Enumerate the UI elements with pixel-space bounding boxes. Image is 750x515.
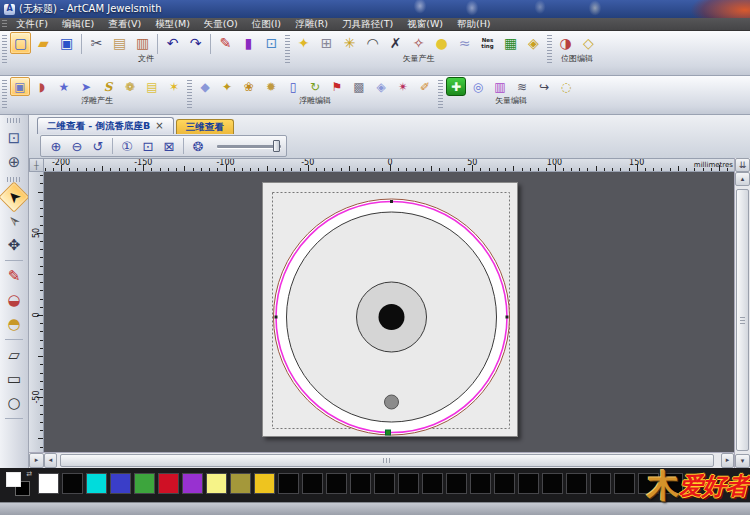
menu-item-9[interactable]: 视窗(W) (400, 18, 450, 30)
node-editing-icon[interactable]: ✳ (339, 32, 360, 54)
ruler-origin-button[interactable]: ┼ (29, 158, 44, 172)
stretch-curve-icon[interactable]: ↪ (534, 77, 554, 96)
tab-close-icon[interactable]: × (155, 121, 163, 131)
vector-node[interactable] (275, 316, 278, 319)
zoom-slider[interactable] (217, 138, 281, 154)
create-arc-icon[interactable]: ◠ (362, 32, 383, 54)
menu-item-8[interactable]: 刀具路径(T) (335, 18, 400, 30)
pane-toggle-button[interactable]: ▸ (29, 453, 44, 468)
tab-2d-view[interactable]: 二维查看 - 倒流香底座B× (37, 117, 174, 134)
palette-swatch-27[interactable] (662, 473, 683, 494)
zoom-settings-icon[interactable]: ❂ (188, 137, 208, 156)
copy-icon[interactable]: ▤ (109, 32, 130, 54)
two-rail-sweep-icon[interactable]: ◗ (32, 77, 52, 96)
sculpt-shape-icon[interactable]: ❀ (239, 77, 259, 96)
spin-relief-icon[interactable]: ✦ (217, 77, 237, 96)
menu-item-6[interactable]: 位图(I) (245, 18, 288, 30)
emboss-relief-icon[interactable]: ◎ (468, 77, 488, 96)
draw-pencil-icon[interactable]: ✎ (3, 265, 25, 287)
relief-eraser-icon[interactable]: ✐ (415, 77, 435, 96)
smooth-region-icon[interactable]: ◈ (371, 77, 391, 96)
zoom-slider-handle[interactable] (273, 140, 280, 152)
vector-shadow-icon[interactable]: ◌ (556, 77, 576, 96)
menu-item-4[interactable]: 模型(M) (148, 18, 197, 30)
menu-item-3[interactable]: 查看(V) (101, 18, 148, 30)
palette-swatch-26[interactable] (638, 473, 659, 494)
palette-swatch-22[interactable] (542, 473, 563, 494)
scroll-left-button[interactable]: ◂ (44, 453, 57, 468)
smooth-relief-icon[interactable]: ◆ (195, 77, 215, 96)
scroll-right-button[interactable]: ▸ (721, 453, 734, 468)
title-bar[interactable]: A (无标题) - ArtCAM Jewelsmith (0, 0, 750, 18)
paint-relief-icon[interactable]: ◓ (3, 313, 25, 335)
vector-node[interactable] (506, 316, 509, 319)
vector-wrap-icon[interactable]: ≈ (454, 32, 475, 54)
ellipse-tool-icon[interactable]: ○ (3, 392, 25, 414)
zoom-objects-icon[interactable]: ⊡ (3, 127, 25, 149)
zoom-out-icon[interactable]: ⊖ (67, 137, 87, 156)
palette-swatch-4[interactable] (110, 473, 131, 494)
palette-swatch-12[interactable] (302, 473, 323, 494)
zoom-previous-icon[interactable]: ↺ (88, 137, 108, 156)
palette-swatch-15[interactable] (374, 473, 395, 494)
palette-swatch-2[interactable] (62, 473, 83, 494)
palette-swatch-1[interactable] (38, 473, 59, 494)
node-edit-tool-icon[interactable]: ➢ (0, 205, 29, 236)
relief-distort-icon[interactable]: ▩ (349, 77, 369, 96)
relief-clipart-icon[interactable]: ▯ (283, 77, 303, 96)
flood-fill-icon[interactable]: ◒ (3, 289, 25, 311)
palette-swatch-6[interactable] (158, 473, 179, 494)
open-model-icon[interactable]: ▰ (33, 32, 54, 54)
nesting-icon[interactable]: Nes ting (477, 32, 498, 54)
interactive-sculpt-icon[interactable]: ✹ (261, 77, 281, 96)
transform-tool-icon[interactable]: ✥ (3, 234, 25, 256)
menu-item-2[interactable]: 编辑(E) (55, 18, 101, 30)
envelope-distort-icon[interactable]: ▥ (490, 77, 510, 96)
vertical-scroll-track[interactable] (736, 187, 749, 453)
palette-swatch-20[interactable] (494, 473, 515, 494)
turn-shape-icon[interactable]: ➤ (76, 77, 96, 96)
toolbar-grip[interactable] (2, 80, 7, 110)
model-notes-icon[interactable]: ✎ (215, 32, 236, 54)
menu-grip[interactable] (2, 20, 7, 29)
zoom-fit-icon[interactable]: ⊡ (138, 137, 158, 156)
palette-swatch-17[interactable] (422, 473, 443, 494)
primary-color-swatch[interactable] (6, 472, 21, 487)
rectangle-tool-icon[interactable]: ▭ (3, 368, 25, 390)
texture-relief-icon[interactable]: ✶ (164, 77, 184, 96)
palette-swatch-13[interactable] (326, 473, 347, 494)
palette-swatch-11[interactable] (278, 473, 299, 494)
block-copy-icon[interactable]: ✚ (446, 77, 466, 96)
palette-swatch-19[interactable] (470, 473, 491, 494)
palette-swatch-10[interactable] (254, 473, 275, 494)
palette-swatch-9[interactable] (230, 473, 251, 494)
toolbar-grip[interactable] (2, 35, 7, 65)
toolbar-grip[interactable] (187, 80, 192, 110)
menu-item-1[interactable]: 文件(F) (9, 18, 55, 30)
vector-node[interactable] (390, 200, 393, 203)
extrude-shape-icon[interactable]: ★ (54, 77, 74, 96)
horizontal-ruler[interactable]: millimetres -200-150-100-50050100150 (44, 158, 734, 172)
toolbar-grip[interactable] (438, 80, 443, 110)
menu-item-7[interactable]: 浮雕(R) (288, 18, 335, 30)
palette-swatch-25[interactable] (614, 473, 635, 494)
swap-colors-icon[interactable]: ⇄ (26, 470, 32, 478)
polyline-tool-icon[interactable]: ▱ (3, 344, 25, 366)
relief-burst-icon[interactable]: ✴ (393, 77, 413, 96)
palette-swatch-5[interactable] (134, 473, 155, 494)
cut-icon[interactable]: ✂ (86, 32, 107, 54)
palette-swatch-8[interactable] (206, 473, 227, 494)
undo-icon[interactable]: ↶ (162, 32, 183, 54)
palette-swatch-16[interactable] (398, 473, 419, 494)
toolbar-grip[interactable] (547, 35, 552, 65)
vector-start-node[interactable] (386, 430, 391, 435)
redo-icon[interactable]: ↷ (185, 32, 206, 54)
zoom-1to1-icon[interactable]: ① (117, 137, 137, 156)
vector-doctor-icon[interactable]: ◈ (523, 32, 544, 54)
measure-tool-icon[interactable]: ✧ (408, 32, 429, 54)
trim-vectors-icon[interactable]: ✗ (385, 32, 406, 54)
palette-swatch-18[interactable] (446, 473, 467, 494)
program-options-icon[interactable]: ⊡ (261, 32, 282, 54)
zoom-in-icon[interactable]: ⊕ (46, 137, 66, 156)
palette-swatch-3[interactable] (86, 473, 107, 494)
